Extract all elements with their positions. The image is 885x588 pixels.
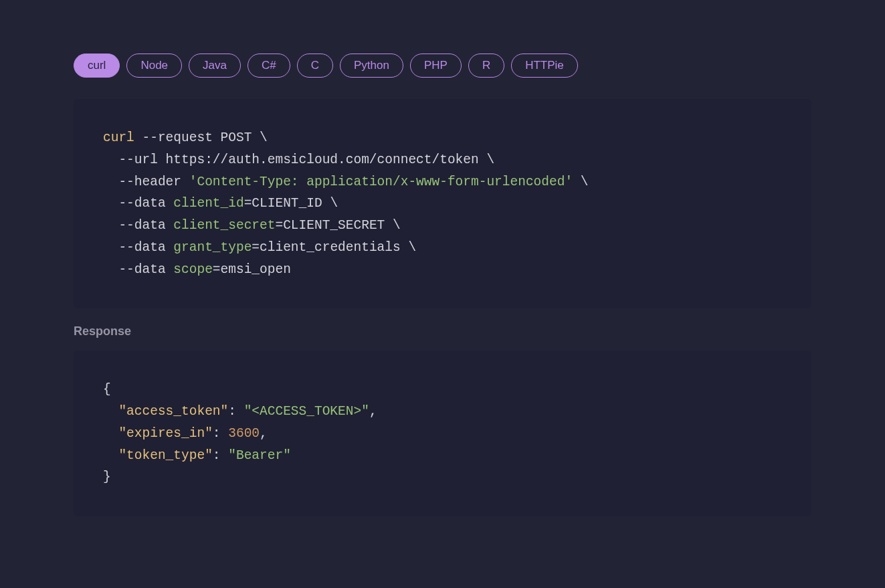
code-token: emsi_open <box>221 262 291 277</box>
code-token: --url <box>103 153 158 167</box>
code-token: "token_type" <box>118 448 212 463</box>
code-token: --data <box>103 196 166 211</box>
tab-python[interactable]: Python <box>340 54 403 78</box>
tab-httpie[interactable]: HTTPie <box>511 54 578 78</box>
language-tabs: curlNodeJavaC#CPythonPHPRHTTPie <box>74 54 811 78</box>
request-code-block: curl --request POST \ --url https://auth… <box>74 99 811 308</box>
code-token: --request <box>134 130 213 145</box>
code-token: scope <box>166 262 213 277</box>
tab-java[interactable]: Java <box>189 54 241 78</box>
code-token: } <box>103 470 111 484</box>
code-token: \ <box>401 240 416 255</box>
code-token: = <box>213 262 221 277</box>
tab-php[interactable]: PHP <box>410 54 462 78</box>
code-token: https://auth.emsicloud.com/connect/token… <box>158 153 494 167</box>
code-token: 'Content-Type: application/x-www-form-ur… <box>181 175 573 189</box>
tab-r[interactable]: R <box>468 54 504 78</box>
code-token: = <box>252 240 260 255</box>
code-token: \ <box>573 175 588 189</box>
code-token: curl <box>103 130 134 145</box>
code-token: POST \ <box>213 130 268 145</box>
code-token: : <box>213 448 228 463</box>
code-token: client_secret <box>166 218 276 233</box>
code-token: "access_token" <box>118 404 228 419</box>
code-token: --data <box>103 262 166 277</box>
code-token: --header <box>103 175 181 189</box>
code-token: = <box>275 218 283 233</box>
code-token: \ <box>322 196 338 211</box>
code-token: , <box>260 426 268 441</box>
code-token: 3600 <box>228 426 260 441</box>
code-token: = <box>244 196 252 211</box>
code-token: "Bearer" <box>228 448 291 463</box>
code-token: "<ACCESS_TOKEN>" <box>244 404 369 419</box>
code-token: : <box>213 426 228 441</box>
code-token: \ <box>385 218 400 233</box>
code-token: --data <box>103 240 166 255</box>
code-token: client_credentials <box>260 240 401 255</box>
tab-node[interactable]: Node <box>126 54 182 78</box>
code-token: , <box>369 404 377 419</box>
code-token: CLIENT_ID <box>252 196 322 211</box>
tab-curl[interactable]: curl <box>74 54 120 78</box>
code-token: "expires_in" <box>118 426 212 441</box>
code-token: : <box>228 404 243 419</box>
code-token: CLIENT_SECRET <box>283 218 385 233</box>
code-token: { <box>103 382 111 397</box>
response-label: Response <box>74 324 811 338</box>
code-token: grant_type <box>166 240 252 255</box>
response-code-block: { "access_token": "<ACCESS_TOKEN>", "exp… <box>74 351 811 516</box>
tab-csharp[interactable]: C# <box>248 54 290 78</box>
code-token: client_id <box>166 196 244 211</box>
code-token: --data <box>103 218 166 233</box>
tab-c[interactable]: C <box>297 54 333 78</box>
